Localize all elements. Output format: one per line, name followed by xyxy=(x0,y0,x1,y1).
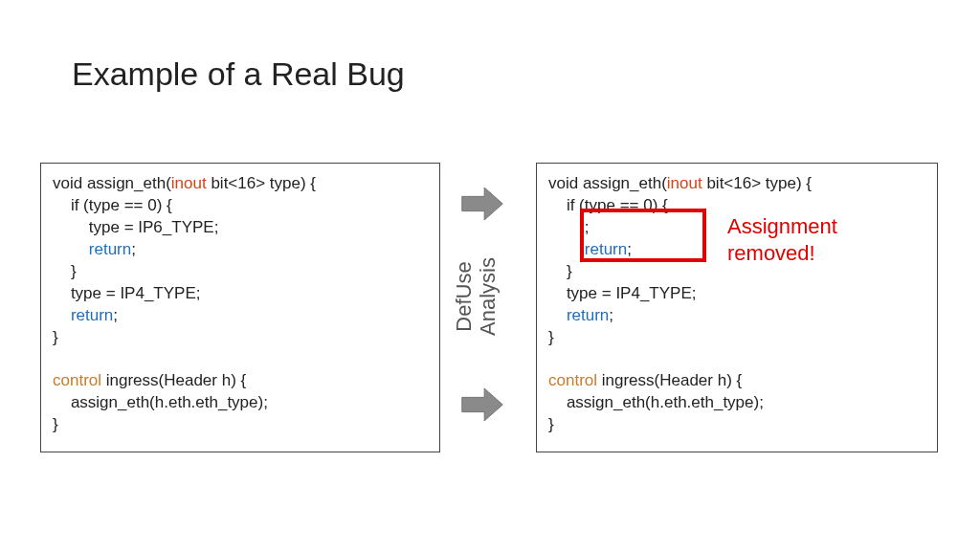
callout-line1: Assignment xyxy=(727,214,837,238)
code-line: assign_eth(h.eth.eth_type); xyxy=(53,393,268,411)
code-line: return; xyxy=(548,306,613,324)
code-line: } xyxy=(53,328,58,346)
code-line: return; xyxy=(53,240,136,258)
svg-marker-0 xyxy=(462,187,503,220)
code-line: ; xyxy=(548,218,590,236)
code-line: assign_eth(h.eth.eth_type); xyxy=(548,393,764,411)
code-line: return; xyxy=(548,240,632,258)
code-line: control ingress(Header h) { xyxy=(53,371,246,389)
code-line: if (type == 0) { xyxy=(548,196,668,214)
code-line: if (type == 0) { xyxy=(53,196,172,214)
code-box-after: void assign_eth(inout bit<16> type) { if… xyxy=(536,163,938,452)
code-line: type = IP4_TYPE; xyxy=(548,284,697,302)
code-line: } xyxy=(53,415,58,433)
arrow-right-icon xyxy=(461,187,503,220)
code-line: void assign_eth(inout bit<16> type) { xyxy=(548,174,812,192)
slide-title: Example of a Real Bug xyxy=(72,55,405,93)
code-line: } xyxy=(548,328,554,346)
code-line: } xyxy=(53,262,77,280)
svg-marker-1 xyxy=(462,388,503,421)
defuse-label: DefUse Analysis xyxy=(452,239,501,354)
callout-line2: removed! xyxy=(727,241,815,265)
code-box-before: void assign_eth(inout bit<16> type) { if… xyxy=(40,163,440,452)
code-line: control ingress(Header h) { xyxy=(548,371,742,389)
code-line: } xyxy=(548,415,554,433)
code-line: return; xyxy=(53,306,118,324)
code-line: type = IP6_TYPE; xyxy=(53,218,218,236)
code-line: void assign_eth(inout bit<16> type) { xyxy=(53,174,316,192)
code-line: type = IP4_TYPE; xyxy=(53,284,201,302)
arrow-right-icon xyxy=(461,388,503,421)
defuse-line1: DefUse xyxy=(452,261,476,331)
callout-text: Assignment removed! xyxy=(727,213,837,266)
defuse-line2: Analysis xyxy=(476,239,500,354)
code-line: } xyxy=(548,262,572,280)
